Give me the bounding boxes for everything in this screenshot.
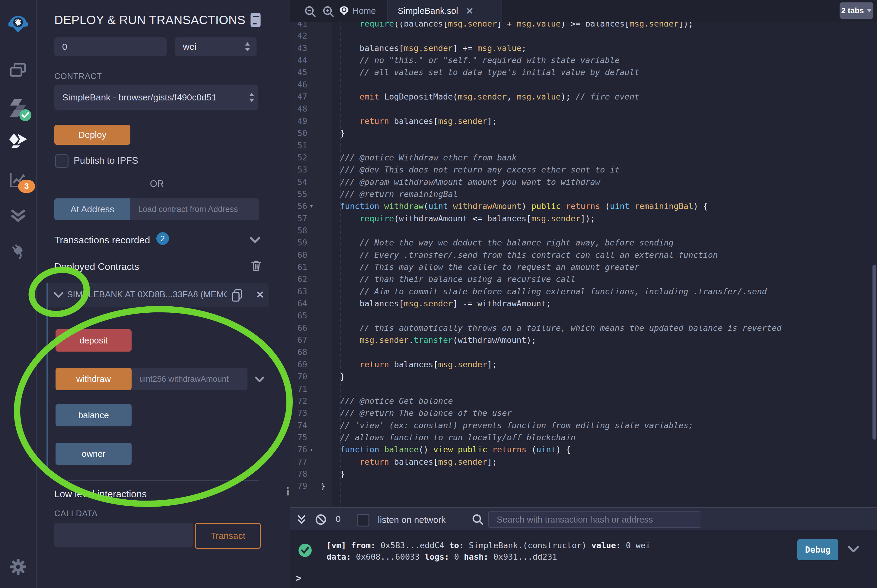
code-line[interactable]: 66// this automatically throws on a fail…	[290, 322, 877, 334]
line-number: 42	[290, 30, 307, 42]
value-unit-select[interactable]: wei	[175, 38, 257, 56]
terminal-pending-count: 0	[335, 514, 341, 524]
trash-icon[interactable]	[251, 260, 261, 272]
code-line[interactable]: 56▾function withdraw(uint withdrawAmount…	[290, 200, 877, 212]
deposit-function-button[interactable]: deposit	[56, 329, 132, 352]
plugin-manager-icon[interactable]	[9, 241, 28, 261]
transact-button[interactable]: Transact	[195, 523, 261, 549]
code-line[interactable]: 69return balances[msg.sender];	[290, 358, 877, 370]
calldata-input[interactable]	[54, 523, 193, 547]
code-line[interactable]: 62// than their balance using a recursiv…	[290, 273, 877, 285]
code-line[interactable]: 51	[290, 139, 877, 152]
file-explorer-icon[interactable]	[9, 61, 28, 80]
remix-logo-icon[interactable]	[9, 15, 28, 36]
zoom-out-icon[interactable]	[304, 5, 316, 18]
code-line[interactable]: 52/// @notice Withdraw ether from bank	[290, 152, 877, 164]
code-line[interactable]: 48	[290, 102, 877, 115]
terminal-header: 0 listen on network	[290, 507, 877, 531]
line-number: 64	[290, 297, 307, 310]
balance-function-button[interactable]: balance	[56, 404, 132, 426]
zoom-in-icon[interactable]	[322, 5, 334, 18]
copy-icon[interactable]	[231, 289, 243, 302]
line-number: 52	[290, 152, 307, 164]
deploy-run-icon[interactable]	[9, 133, 28, 152]
terminal-collapse-icon[interactable]	[296, 514, 307, 525]
code-line[interactable]: 49return balances[msg.sender];	[290, 115, 877, 127]
code-line[interactable]: 70}	[290, 370, 877, 382]
at-address-button[interactable]: At Address	[54, 198, 130, 220]
code-line[interactable]: 77return balances[msg.sender];	[290, 456, 877, 468]
instance-expand-chevron-icon[interactable]	[54, 291, 63, 298]
code-line[interactable]: 78}	[290, 468, 877, 480]
unit-spinner-icon[interactable]	[244, 42, 250, 51]
code-line[interactable]: 45// all values set to data type's initi…	[290, 66, 877, 78]
code-editor[interactable]: 41require((balances[msg.sender] + msg.va…	[290, 22, 877, 507]
terminal-log-entry[interactable]: [vm] from: 0x5B3...eddC4 to: SimpleBank.…	[326, 540, 650, 562]
code-line[interactable]: 41require((balances[msg.sender] + msg.va…	[290, 22, 877, 30]
debug-button[interactable]: Debug	[797, 539, 838, 560]
fold-marker-icon[interactable]: ▾	[310, 443, 313, 456]
code-line[interactable]: 68	[290, 346, 877, 358]
tab-close-icon[interactable]: ✕	[466, 6, 474, 16]
clear-console-icon[interactable]	[315, 514, 326, 525]
code-line[interactable]: 59// Note the way we deduct the balance …	[290, 236, 877, 249]
contract-select[interactable]: SimpleBank - browser/gists/f490c0d51	[54, 85, 258, 110]
code-line[interactable]: 54/// @param withdrawAmount amount you w…	[290, 176, 877, 188]
code-line[interactable]: 55/// @return remainingBal	[290, 188, 877, 200]
owner-function-button[interactable]: owner	[56, 442, 132, 465]
code-line[interactable]: 75// allows function to run locally/off …	[290, 431, 877, 444]
instance-close-icon[interactable]: ✕	[256, 289, 264, 301]
settings-gear-icon[interactable]	[9, 557, 28, 576]
at-address-input[interactable]	[130, 198, 259, 220]
deploy-run-panel: DEPLOY & RUN TRANSACTIONS wei CONTRACT S…	[37, 0, 290, 588]
terminal-search-input[interactable]	[488, 512, 701, 528]
tabs-count-button[interactable]: 2 tabs	[839, 2, 873, 19]
fold-marker-icon[interactable]: ▾	[310, 200, 313, 212]
code-line[interactable]: 65	[290, 309, 877, 322]
code-line[interactable]: 79}	[290, 480, 877, 492]
solidity-compiler-icon[interactable]	[9, 98, 28, 118]
tab-home[interactable]: Home	[338, 0, 386, 22]
code-line[interactable]: 72/// @notice Get balance	[290, 395, 877, 407]
code-line[interactable]: 46	[290, 78, 877, 91]
publish-ipfs-checkbox[interactable]	[55, 154, 69, 168]
tab-simplebank[interactable]: SimpleBank.sol ✕	[387, 0, 502, 22]
code-line[interactable]: 50}	[290, 127, 877, 139]
code-line[interactable]: 76▾function balance() view public return…	[290, 443, 877, 456]
code-line[interactable]: 47emit LogDepositMade(msg.sender, msg.va…	[290, 90, 877, 103]
transactions-chevron-icon[interactable]	[250, 236, 260, 244]
code-line[interactable]: 71	[290, 382, 877, 395]
contract-select-value: SimpleBank - browser/gists/f490c0d51	[62, 92, 217, 102]
deployed-instance-header[interactable]: SIMPLEBANK AT 0XD8B...33FA8 (MEMO ✕	[48, 283, 269, 307]
code-line[interactable]: 42	[290, 30, 877, 42]
listen-network-checkbox[interactable]	[357, 514, 369, 526]
code-line[interactable]: 57require(withdrawAmount <= balances[msg…	[290, 212, 877, 225]
code-line[interactable]: 63// Aim to commit state before calling …	[290, 285, 877, 298]
info-icon[interactable]: i	[286, 484, 289, 498]
withdraw-argument-input[interactable]	[132, 368, 247, 390]
notepad-icon[interactable]	[250, 13, 262, 27]
value-input[interactable]	[54, 38, 167, 56]
code-line[interactable]: 43balances[msg.sender] += msg.value;	[290, 42, 877, 54]
deploy-button[interactable]: Deploy	[54, 125, 130, 145]
code-line[interactable]: 58	[290, 224, 877, 237]
contract-spinner-icon[interactable]	[249, 93, 255, 102]
withdraw-function-button[interactable]: withdraw	[56, 368, 132, 390]
withdraw-expand-chevron-icon[interactable]	[255, 376, 264, 383]
analytics-icon[interactable]: 3	[9, 170, 28, 190]
log-expand-chevron-icon[interactable]	[848, 545, 859, 553]
code-line[interactable]: 74// 'view' (ex: constant) prevents func…	[290, 419, 877, 432]
or-separator-label: OR	[37, 178, 277, 189]
code-line[interactable]: 64balances[msg.sender] -= withdrawAmount…	[290, 297, 877, 310]
code-line[interactable]: 67msg.sender.transfer(withdrawAmount);	[290, 334, 877, 346]
code-line[interactable]: 73/// @return The balance of the user	[290, 407, 877, 419]
line-number: 59	[290, 236, 307, 249]
unit-testing-icon[interactable]	[9, 206, 28, 225]
line-number: 44	[290, 54, 307, 66]
code-line[interactable]: 61// This may allow the caller to reques…	[290, 261, 877, 273]
editor-scrollbar-thumb[interactable]	[872, 265, 876, 440]
code-line[interactable]: 60// Every .transfer/.send from this con…	[290, 249, 877, 261]
terminal-prompt[interactable]: >	[296, 572, 301, 584]
code-line[interactable]: 44// no "this." or "self." required with…	[290, 54, 877, 66]
code-line[interactable]: 53/// @dev This does not return any exce…	[290, 164, 877, 176]
